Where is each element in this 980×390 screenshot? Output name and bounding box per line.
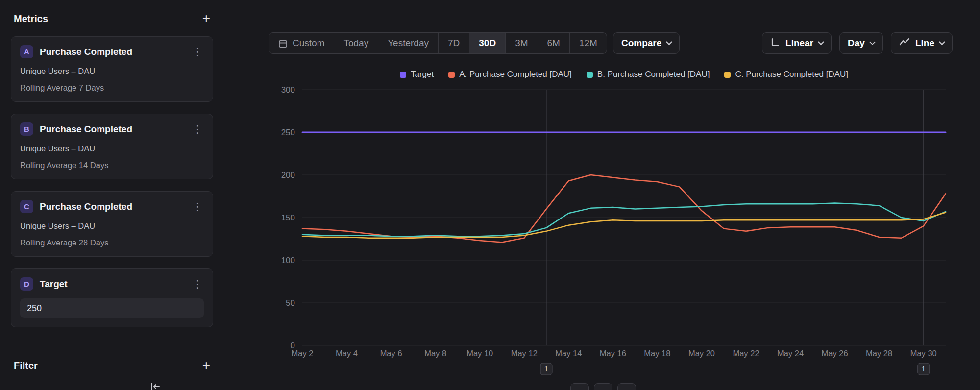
filter-header: Filter + bbox=[14, 360, 212, 371]
compare-button[interactable]: Compare bbox=[613, 32, 680, 54]
metric-badge: B bbox=[20, 122, 33, 136]
granularity-label: Day bbox=[848, 38, 865, 49]
scale-select-button[interactable]: Linear bbox=[762, 32, 832, 54]
range-button-30d[interactable]: 30D bbox=[469, 33, 506, 53]
range-button-yesterday[interactable]: Yesterday bbox=[378, 33, 439, 53]
metric-measurement[interactable]: Unique Users – DAU bbox=[20, 221, 204, 231]
chevron-down-icon bbox=[869, 39, 876, 45]
svg-text:1: 1 bbox=[922, 365, 926, 373]
svg-text:May 26: May 26 bbox=[822, 349, 848, 358]
legend-item[interactable]: Target bbox=[400, 70, 434, 79]
kebab-menu-icon: ⋮ bbox=[193, 46, 203, 57]
target-menu-button[interactable]: ⋮ bbox=[192, 279, 204, 289]
chart-type-select-button[interactable]: Line bbox=[891, 32, 953, 54]
app-window: Metrics + A Purchase Completed ⋮ Unique … bbox=[0, 0, 980, 390]
chart-action-button-2[interactable] bbox=[594, 383, 612, 390]
legend-label: Target bbox=[411, 70, 434, 79]
svg-text:May 24: May 24 bbox=[777, 349, 804, 358]
legend-label: A. Purchase Completed [DAU] bbox=[459, 70, 572, 79]
target-value-input[interactable] bbox=[20, 298, 204, 318]
kebab-menu-icon: ⋮ bbox=[193, 201, 203, 212]
plus-icon: + bbox=[202, 11, 210, 26]
add-filter-button[interactable]: + bbox=[200, 360, 212, 371]
metric-rolling-average[interactable]: Rolling Average 14 Days bbox=[20, 161, 204, 170]
chart-type-label: Line bbox=[915, 38, 934, 49]
range-label: 7D bbox=[448, 38, 460, 49]
metric-menu-button[interactable]: ⋮ bbox=[192, 202, 204, 212]
range-label: 3M bbox=[515, 38, 528, 49]
svg-text:May 28: May 28 bbox=[866, 349, 892, 358]
metrics-sidebar: Metrics + A Purchase Completed ⋮ Unique … bbox=[0, 0, 225, 390]
range-button-custom[interactable]: Custom bbox=[269, 33, 334, 53]
range-button-6m[interactable]: 6M bbox=[538, 33, 570, 53]
metric-menu-button[interactable]: ⋮ bbox=[192, 47, 204, 57]
svg-text:150: 150 bbox=[281, 213, 295, 222]
svg-text:May 30: May 30 bbox=[910, 349, 937, 358]
svg-text:50: 50 bbox=[286, 298, 295, 308]
metric-measurement[interactable]: Unique Users – DAU bbox=[20, 67, 204, 76]
svg-text:May 8: May 8 bbox=[424, 349, 446, 358]
metric-menu-button[interactable]: ⋮ bbox=[192, 124, 204, 134]
metric-card-c[interactable]: C Purchase Completed ⋮ Unique Users – DA… bbox=[11, 191, 213, 257]
metrics-title: Metrics bbox=[14, 13, 48, 24]
range-label: Custom bbox=[293, 38, 324, 49]
legend-swatch bbox=[448, 72, 455, 78]
legend-item[interactable]: A. Purchase Completed [DAU] bbox=[448, 70, 572, 79]
svg-text:May 4: May 4 bbox=[336, 349, 358, 358]
range-button-3m[interactable]: 3M bbox=[506, 33, 538, 53]
chart-action-button-3[interactable] bbox=[617, 383, 636, 390]
svg-text:250: 250 bbox=[281, 128, 295, 137]
range-label: 12M bbox=[579, 38, 597, 49]
line-chart-icon bbox=[899, 37, 910, 49]
legend-label: C. Purchase Completed [DAU] bbox=[735, 70, 848, 79]
legend-label: B. Purchase Completed [DAU] bbox=[597, 70, 710, 79]
range-label: 6M bbox=[547, 38, 560, 49]
date-range-segmented-control: CustomTodayYesterday7D30D3M6M12M bbox=[269, 32, 607, 54]
chart-toolbar: CustomTodayYesterday7D30D3M6M12M Compare… bbox=[269, 32, 953, 54]
add-metric-button[interactable]: + bbox=[200, 13, 212, 24]
metric-title: Purchase Completed bbox=[40, 47, 192, 57]
metric-measurement[interactable]: Unique Users – DAU bbox=[20, 144, 204, 153]
kebab-menu-icon: ⋮ bbox=[193, 123, 203, 135]
kebab-menu-icon: ⋮ bbox=[193, 278, 203, 290]
metric-title: Purchase Completed bbox=[40, 124, 192, 135]
legend-item[interactable]: B. Purchase Completed [DAU] bbox=[587, 70, 710, 79]
metrics-header: Metrics + bbox=[14, 13, 212, 24]
metric-rolling-average[interactable]: Rolling Average 28 Days bbox=[20, 238, 204, 247]
chart-bottom-actions bbox=[570, 383, 636, 390]
metric-rolling-average[interactable]: Rolling Average 7 Days bbox=[20, 83, 204, 93]
metric-badge: C bbox=[20, 200, 33, 213]
granularity-select-button[interactable]: Day bbox=[839, 32, 883, 54]
chart-action-button-1[interactable] bbox=[570, 383, 589, 390]
collapse-sidebar-icon bbox=[150, 385, 161, 390]
range-label: Yesterday bbox=[388, 38, 429, 49]
svg-text:May 6: May 6 bbox=[380, 349, 402, 358]
svg-text:May 12: May 12 bbox=[511, 349, 538, 358]
svg-text:May 18: May 18 bbox=[644, 349, 670, 358]
target-title: Target bbox=[40, 279, 192, 290]
compare-label: Compare bbox=[621, 38, 662, 49]
svg-text:May 10: May 10 bbox=[466, 349, 493, 358]
chart-canvas[interactable]: 05010015020025030011May 2May 4May 6May 8… bbox=[274, 64, 956, 390]
svg-text:300: 300 bbox=[281, 85, 295, 95]
chevron-down-icon bbox=[818, 39, 824, 45]
chevron-down-icon bbox=[666, 39, 672, 45]
collapse-sidebar-button[interactable] bbox=[150, 382, 161, 390]
scale-label: Linear bbox=[785, 38, 813, 49]
axis-icon bbox=[770, 37, 780, 49]
svg-text:May 2: May 2 bbox=[292, 349, 314, 358]
metric-card-a[interactable]: A Purchase Completed ⋮ Unique Users – DA… bbox=[11, 36, 213, 102]
metric-title: Purchase Completed bbox=[40, 201, 192, 212]
target-card[interactable]: D Target ⋮ bbox=[11, 268, 213, 327]
svg-text:200: 200 bbox=[281, 171, 295, 180]
legend-item[interactable]: C. Purchase Completed [DAU] bbox=[724, 70, 848, 79]
svg-text:May 14: May 14 bbox=[555, 349, 582, 358]
metric-card-b[interactable]: B Purchase Completed ⋮ Unique Users – DA… bbox=[11, 114, 213, 179]
range-button-today[interactable]: Today bbox=[334, 33, 378, 53]
target-badge: D bbox=[20, 277, 33, 291]
range-label: Today bbox=[343, 38, 368, 49]
svg-text:May 20: May 20 bbox=[688, 349, 715, 358]
metric-badge: A bbox=[20, 45, 33, 58]
range-button-7d[interactable]: 7D bbox=[439, 33, 469, 53]
range-button-12m[interactable]: 12M bbox=[570, 33, 607, 53]
